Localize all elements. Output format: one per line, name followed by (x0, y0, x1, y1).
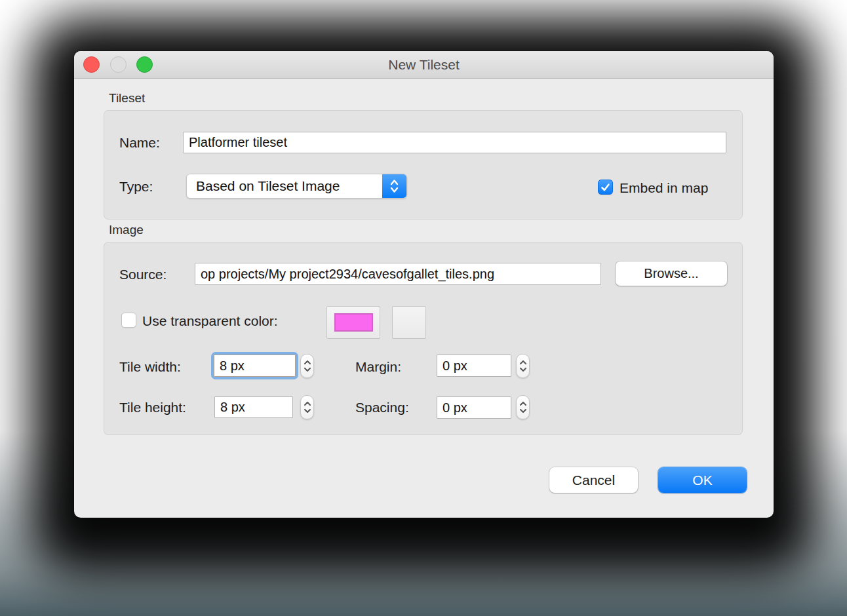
browse-button[interactable]: Browse... (616, 261, 727, 286)
margin-label: Margin: (355, 359, 401, 375)
window-title: New Tileset (74, 51, 774, 79)
chevron-down-icon (519, 408, 527, 414)
transparent-color-swatch-button[interactable] (326, 306, 380, 339)
chevron-down-icon (304, 408, 311, 414)
embed-in-map-checkbox[interactable] (598, 180, 613, 195)
tile-height-label: Tile height: (119, 400, 186, 415)
tile-width-input[interactable] (214, 355, 296, 377)
spacing-input[interactable] (437, 396, 511, 419)
tile-height-input[interactable] (214, 396, 293, 418)
tile-width-label: Tile width: (119, 359, 181, 375)
use-transparent-color-checkbox[interactable] (121, 313, 136, 328)
tile-height-stepper[interactable] (300, 395, 314, 419)
new-tileset-dialog: New Tileset Tileset Name: Type: Based on… (74, 51, 774, 518)
ok-button[interactable]: OK (658, 467, 747, 493)
image-group-title: Image (109, 223, 144, 237)
margin-input[interactable] (437, 355, 511, 377)
type-label: Type: (119, 179, 153, 195)
checkmark-icon (601, 183, 610, 192)
tileset-group-title: Tileset (109, 91, 145, 106)
chevron-up-icon (304, 401, 311, 406)
type-select-value: Based on Tileset Image (196, 174, 340, 198)
tileset-groupbox (104, 110, 743, 220)
name-input[interactable] (183, 132, 726, 153)
embed-in-map-label: Embed in map (620, 180, 708, 196)
pick-color-button[interactable] (392, 306, 426, 339)
type-select[interactable]: Based on Tileset Image (186, 174, 407, 199)
source-label: Source: (119, 267, 167, 282)
margin-stepper[interactable] (516, 354, 530, 378)
chevron-down-icon (519, 367, 527, 372)
spacing-label: Spacing: (355, 400, 409, 415)
chevron-up-icon (519, 401, 527, 406)
use-transparent-color-label: Use transparent color: (142, 313, 278, 329)
chevron-down-icon (304, 367, 311, 372)
name-label: Name: (119, 135, 160, 151)
tile-width-stepper[interactable] (300, 354, 314, 378)
source-input[interactable] (195, 263, 601, 285)
tile-width-focus-ring (211, 352, 298, 379)
chevron-up-down-icon (382, 174, 406, 198)
magenta-color-swatch (334, 313, 373, 332)
chevron-up-icon (519, 360, 527, 365)
chevron-up-icon (304, 360, 311, 365)
cancel-button[interactable]: Cancel (549, 467, 638, 493)
titlebar[interactable]: New Tileset (74, 51, 774, 79)
desktop-stage: New Tileset Tileset Name: Type: Based on… (0, 0, 847, 616)
spacing-stepper[interactable] (516, 395, 530, 419)
